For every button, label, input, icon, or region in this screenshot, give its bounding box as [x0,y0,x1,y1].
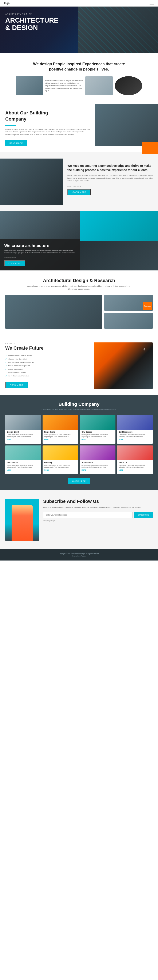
arch-research-section: Architectural Design & Research Lorem ip… [0,270,158,336]
bc-title: Building Company [5,401,153,407]
bc-card-image [80,445,115,460]
hamburger-menu[interactable] [150,2,154,5]
inspired-image-arch [16,76,43,95]
bc-header: Building Company Proin elementum risus t… [5,401,153,410]
bc-card-text: Lorem ipsum dolor sit amet, consectetur … [82,464,114,468]
subscribe-email-input[interactable] [43,512,133,518]
future-title: We Create Future [5,345,90,351]
bc-card-more-link[interactable]: MORE [82,439,114,441]
subscribe-button[interactable]: SUBSCRIBE [134,512,153,518]
we-create-read-more-button[interactable]: READ MORE [4,260,25,266]
subscribe-body: We are part of the story and follow us o… [43,506,153,509]
person-figure [12,505,33,541]
hero-title: ARCHITECTURE & DESIGN [5,17,153,32]
bc-card: About Us Lorem ipsum dolor sit amet, con… [117,445,153,474]
bc-card-title: Remodeling [44,431,76,433]
bc-card: City Spaces Lorem ipsum dolor sit amet, … [80,415,115,444]
future-list-item: Ad in dictum volut Nam dua [5,374,90,378]
competitive-section: We keep on ensuring a competitive edge a… [0,152,158,211]
footer-text: Copyright © 2023 Architecture & Design. … [5,552,153,555]
about-body: Ut enim ad minim veniam, quis nostrud ex… [5,128,91,136]
section-divider [5,126,16,126]
we-create-body: Sed ut perspiciatis unde omnis iste natu… [4,250,76,254]
bc-card-more-link[interactable]: MORE [44,469,76,471]
bc-card-body: Design-Build Lorem ipsum dolor sit amet,… [5,430,41,442]
competitive-heading: We keep on ensuring a competitive edge a… [67,164,154,172]
bc-card: Design-Build Lorem ipsum dolor sit amet,… [5,415,41,444]
future-list-item: Aliquam vitae diam dristiq [5,358,90,361]
bc-card-image [43,445,78,460]
bc-card-text: Lorem ipsum dolor sit amet, consectetur … [44,434,76,438]
bc-card-body: About Us Lorem ipsum dolor sit amet, con… [117,460,153,472]
inspired-heading: We design People Inspired Experiences th… [26,61,132,72]
bc-card-text: Lorem ipsum dolor sit amet, consectetur … [7,434,39,438]
bc-card: Remodeling Lorem ipsum dolor sit amet, c… [43,415,78,444]
bc-grid: Design-Build Lorem ipsum dolor sit amet,… [5,415,153,474]
future-image: ✈ [94,342,153,389]
bc-card-more-link[interactable]: MORE [119,439,151,441]
bc-card-title: Architecture [82,461,114,464]
research-right: Research [104,295,153,329]
bc-card-image [117,445,153,460]
future-left: ABOUT US We Create Future Aenean sodales… [5,342,90,389]
bc-card-text: Lorem ipsum dolor sit amet, consectetur … [7,464,39,468]
research-main-image [5,295,102,329]
hero-section: ARCHITECTURE FIRM ARCHITECTURE & DESIGN [0,6,158,53]
bc-card-text: Lorem ipsum dolor sit amet, consectetur … [119,464,151,468]
bc-card-title: Housing [44,461,76,464]
future-list: Aenean sodales pretium expresAliquam vit… [5,354,90,378]
competitive-body: Lorem ipsum dolor sit amet, consectetur … [67,174,154,182]
logo: logo [4,2,9,5]
bc-card-body: Housing Lorem ipsum dolor sit amet, cons… [43,460,78,472]
footer-credit: Images from Freepik [5,555,153,557]
future-list-item: Lorem vitae orci flut dua [5,371,90,374]
bc-card-title: Design-Build [7,431,39,433]
we-create-title: We create architecture [4,243,76,248]
bc-card-body: Architecture Lorem ipsum dolor sit amet,… [80,460,115,472]
bc-card-image [80,415,115,430]
bc-click-here-button[interactable]: CLICK HERE [68,478,90,484]
bc-card-image [5,445,41,460]
inspired-row: Praesent commodo cursus magna, vel scele… [5,76,153,95]
competitive-learn-more-button[interactable]: LEARN MORE [67,189,91,195]
bc-card-body: City Spaces Lorem ipsum dolor sit amet, … [80,430,115,442]
future-list-item: Mauris mollis felis theplacard [5,364,90,368]
we-create-cyan-block [80,211,158,241]
about-image [95,103,158,146]
about-read-more-button[interactable]: READ MORE [5,140,27,146]
bc-card-title: About Us [119,461,151,464]
bc-card: Civil Engineers Lorem ipsum dolor sit am… [117,415,153,444]
future-section: ABOUT US We Create Future Aenean sodales… [0,336,158,395]
we-create-right [80,211,158,270]
hero-content: ARCHITECTURE FIRM ARCHITECTURE & DESIGN [0,6,158,38]
hero-subtitle: ARCHITECTURE FIRM [5,13,153,15]
future-list-item: Integer egestas felis [5,368,90,371]
about-title: About Our Building Company [5,110,91,122]
subscribe-content: Subscribe And Follow Us We are part of t… [43,499,153,522]
bc-subtitle: Proin elementum risus tortor, risus iacu… [26,408,132,410]
research-badge: Research [143,302,152,310]
bc-card-more-link[interactable]: MORE [7,439,39,441]
bc-card: Housing Lorem ipsum dolor sit amet, cons… [43,445,78,474]
bc-card-more-link[interactable]: MORE [44,439,76,441]
bc-card: Workspaces Lorem ipsum dolor sit amet, c… [5,445,41,474]
future-label: ABOUT US [5,342,90,344]
bc-card-more-link[interactable]: MORE [119,469,151,471]
subscribe-img-credit: Images by Freepik [43,520,153,522]
inspired-section: We design People Inspired Experiences th… [0,53,158,103]
research-small-image-top: Research [104,295,153,311]
research-row: Research [5,295,153,329]
we-create-section: We create architecture Sed ut perspiciat… [0,211,158,270]
about-accent [142,142,158,154]
bc-card-text: Lorem ipsum dolor sit amet, consectetur … [44,464,76,468]
bc-card-more-link[interactable]: MORE [7,469,39,471]
we-create-img-credit: Images by Freepik [4,257,76,258]
about-left: About Our Building Company Ut enim ad mi… [0,103,95,152]
building-company-section: Building Company Proin elementum risus t… [0,395,158,490]
we-create-overlay: We create architecture Sed ut perspiciat… [0,239,80,270]
bc-card-more-link[interactable]: MORE [82,469,114,471]
bc-card-image [117,415,153,430]
header: logo [0,0,158,6]
inspired-text: Praesent commodo cursus magna, vel scele… [45,80,83,92]
future-read-more-button[interactable]: READ MORE [5,382,28,388]
